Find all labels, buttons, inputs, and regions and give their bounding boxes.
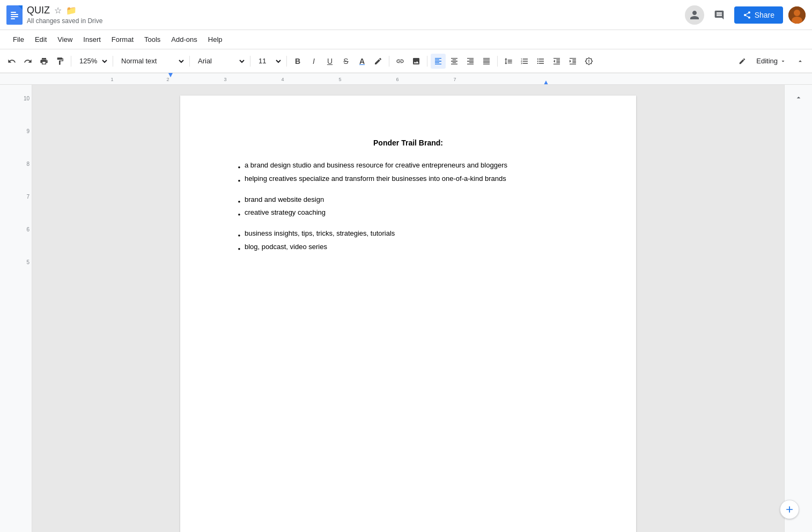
star-icon[interactable]: ☆ — [54, 5, 62, 16]
svg-marker-17 — [544, 81, 548, 85]
align-center-button[interactable] — [447, 54, 462, 69]
link-button[interactable] — [393, 54, 408, 69]
top-bar: QUIZ ☆ 📁 All changes saved in Drive Shar… — [0, 0, 812, 30]
sep6 — [389, 56, 389, 67]
document-heading: Ponder Trail Brand: — [234, 139, 582, 147]
menu-format[interactable]: Format — [107, 33, 138, 46]
bullet-dot — [234, 195, 245, 207]
decrease-indent-button[interactable] — [549, 54, 564, 69]
document-area[interactable]: Ponder Trail Brand: a brand design studi… — [32, 85, 784, 532]
collapse-button[interactable] — [793, 54, 808, 69]
sep4 — [250, 56, 250, 67]
app-icon — [6, 5, 23, 25]
editing-mode-label[interactable]: Editing — [752, 55, 791, 67]
bold-button[interactable]: B — [290, 54, 305, 69]
toolbar: 125% 100% 150% Normal text Heading 1 Hea… — [0, 49, 812, 73]
toolbar-right: Editing — [735, 54, 808, 69]
list-item: brand and website design — [234, 194, 582, 207]
align-left-button[interactable] — [431, 54, 446, 69]
list-item: helping creatives specialize and transfo… — [234, 173, 582, 186]
document-page[interactable]: Ponder Trail Brand: a brand design studi… — [180, 96, 636, 532]
bullet-dot — [234, 229, 245, 241]
left-ruler: 10 9 8 7 6 5 — [0, 85, 32, 532]
list-item: business insights, tips, tricks, strateg… — [234, 228, 582, 241]
bullet-group-1: a brand design studio and business resou… — [234, 160, 582, 186]
italic-button[interactable]: I — [306, 54, 321, 69]
editing-text: Editing — [756, 57, 778, 65]
bullet-dot — [234, 243, 245, 254]
svg-text:5: 5 — [338, 77, 341, 82]
svg-rect-1 — [11, 12, 16, 13]
sep5 — [286, 56, 287, 67]
sep7 — [427, 56, 427, 67]
main-layout: 10 9 8 7 6 5 Ponder Trail Brand: a brand… — [0, 85, 812, 532]
top-right-area: Share — [685, 5, 806, 25]
image-button[interactable] — [409, 54, 424, 69]
undo-button[interactable] — [4, 54, 19, 69]
redo-button[interactable] — [20, 54, 35, 69]
floating-action-button[interactable] — [780, 500, 799, 519]
collapse-panel-button[interactable] — [790, 89, 807, 106]
align-justify-button[interactable] — [479, 54, 494, 69]
numbered-list-button[interactable] — [517, 54, 532, 69]
list-item: a brand design studio and business resou… — [234, 160, 582, 172]
strikethrough-button[interactable]: S — [338, 54, 353, 69]
title-area: QUIZ ☆ 📁 All changes saved in Drive — [27, 5, 681, 25]
bullet-group-3: business insights, tips, tricks, strateg… — [234, 228, 582, 254]
text-color-button[interactable]: A — [355, 54, 370, 69]
svg-rect-4 — [11, 18, 15, 19]
svg-text:4: 4 — [281, 77, 284, 82]
menu-tools[interactable]: Tools — [140, 33, 165, 46]
folder-icon[interactable]: 📁 — [66, 5, 77, 16]
style-select[interactable]: Normal text Heading 1 Heading 2 Title — [116, 54, 186, 69]
sep8 — [497, 56, 498, 67]
svg-rect-2 — [11, 14, 18, 15]
svg-text:2: 2 — [166, 77, 169, 82]
menu-file[interactable]: File — [9, 33, 28, 46]
list-item: creative strategy coaching — [234, 207, 582, 220]
menu-insert[interactable]: Insert — [79, 33, 105, 46]
share-label: Share — [755, 11, 774, 19]
sep3 — [189, 56, 190, 67]
font-size-select[interactable]: 11 10 12 14 — [254, 54, 283, 69]
font-select[interactable]: Arial Times New Roman Helvetica — [193, 54, 247, 69]
underline-button[interactable]: U — [322, 54, 337, 69]
menu-addons[interactable]: Add-ons — [167, 33, 201, 46]
bullet-dot — [234, 208, 245, 220]
pencil-icon — [735, 54, 750, 69]
menu-help[interactable]: Help — [204, 33, 227, 46]
highlight-button[interactable] — [371, 54, 386, 69]
svg-point-6 — [794, 10, 800, 16]
save-status: All changes saved in Drive — [27, 17, 681, 25]
horizontal-ruler: 1 2 3 4 5 6 7 — [0, 73, 812, 85]
print-button[interactable] — [36, 54, 51, 69]
share-button[interactable]: Share — [734, 6, 783, 24]
right-panel — [784, 85, 812, 532]
increase-indent-button[interactable] — [565, 54, 580, 69]
user-avatar[interactable] — [788, 6, 806, 24]
line-spacing-button[interactable] — [501, 54, 516, 69]
clear-format-button[interactable] — [581, 54, 596, 69]
bullet-group-2: brand and website design creative strate… — [234, 194, 582, 220]
comments-button[interactable] — [710, 5, 729, 25]
align-right-button[interactable] — [463, 54, 478, 69]
people-avatar[interactable] — [685, 5, 704, 25]
doc-title[interactable]: QUIZ — [27, 5, 50, 16]
list-item: blog, podcast, video series — [234, 242, 582, 254]
svg-text:1: 1 — [110, 77, 113, 82]
svg-rect-3 — [11, 16, 18, 17]
svg-text:3: 3 — [224, 77, 226, 82]
paint-format-button[interactable] — [53, 54, 68, 69]
sep2 — [113, 56, 113, 67]
menu-edit[interactable]: Edit — [31, 33, 51, 46]
svg-text:6: 6 — [396, 77, 398, 82]
menu-view[interactable]: View — [53, 33, 77, 46]
menu-bar: File Edit View Insert Format Tools Add-o… — [0, 30, 812, 49]
bullet-dot — [234, 174, 245, 186]
bullet-dot — [234, 161, 245, 172]
svg-text:7: 7 — [453, 77, 456, 82]
sep1 — [71, 56, 71, 67]
zoom-select[interactable]: 125% 100% 150% — [75, 54, 109, 69]
bulleted-list-button[interactable] — [533, 54, 548, 69]
